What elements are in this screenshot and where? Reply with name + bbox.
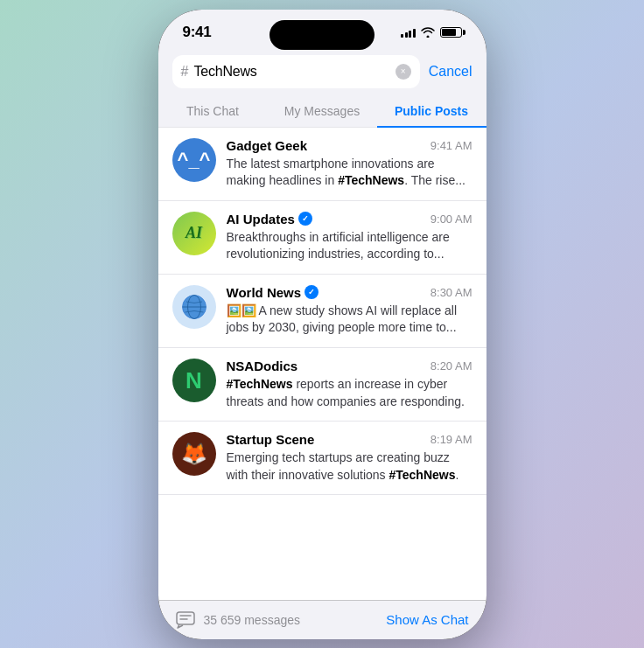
username-world-news: World News ✓ <box>227 285 319 300</box>
globe-icon <box>181 294 207 320</box>
tab-my-messages[interactable]: My Messages <box>268 95 377 127</box>
post-time-nsadodics: 8:20 AM <box>430 359 472 373</box>
wifi-icon <box>421 27 435 38</box>
chat-icon <box>176 611 197 629</box>
post-text-nsadodics: #TechNews reports an increase in cyber t… <box>227 376 472 410</box>
cancel-button[interactable]: Cancel <box>429 64 472 80</box>
post-text-startup-scene: Emerging tech startups are creating buzz… <box>227 449 472 484</box>
posts-list: ^_^ Gadget Geek 9:41 AM The latest smart… <box>158 128 486 600</box>
phone-frame: 9:41 <box>158 10 486 639</box>
avatar-startup-scene: 🦊 <box>172 432 216 476</box>
post-time-startup-scene: 8:19 AM <box>430 433 472 446</box>
post-time-gadget-geek: 9:41 AM <box>430 139 472 152</box>
messages-count-text: 35 659 messages <box>204 613 301 627</box>
clear-button[interactable]: × <box>396 64 411 80</box>
post-time-world-news: 8:30 AM <box>430 286 472 299</box>
signal-icon <box>401 27 416 38</box>
hash-icon: # <box>181 64 189 80</box>
username-gadget-geek: Gadget Geek <box>227 138 308 153</box>
avatar-world-news <box>172 285 216 329</box>
tab-this-chat[interactable]: This Chat <box>158 95 268 127</box>
verified-badge-ai: ✓ <box>298 212 312 226</box>
show-as-chat-button[interactable]: Show As Chat <box>386 612 468 627</box>
avatar-nsadodics: N <box>172 359 216 402</box>
avatar-gadget-geek: ^_^ <box>172 138 216 182</box>
post-time-ai-updates: 9:00 AM <box>430 213 472 226</box>
username-nsadodics: NSADodics <box>227 359 298 373</box>
avatar-ai-updates: AI <box>172 212 216 255</box>
svg-rect-3 <box>177 612 194 624</box>
tabs-container: This Chat My Messages Public Posts <box>158 95 486 128</box>
verified-badge-world: ✓ <box>304 285 318 299</box>
tab-public-posts[interactable]: Public Posts <box>377 95 486 127</box>
bottom-bar: 35 659 messages Show As Chat <box>158 600 486 639</box>
search-input[interactable]: TechNews <box>193 64 389 80</box>
status-time: 9:41 <box>183 24 212 41</box>
search-bar[interactable]: # TechNews × <box>172 55 420 88</box>
post-text-ai-updates: Breakthroughs in artificial intelligence… <box>227 229 472 263</box>
search-container: # TechNews × Cancel <box>158 48 486 95</box>
post-item-world-news[interactable]: World News ✓ 8:30 AM 🖼️🖼️ A new study sh… <box>158 275 486 348</box>
dynamic-island <box>270 20 374 50</box>
post-item-ai-updates[interactable]: AI AI Updates ✓ 9:00 AM Breakthroughs in… <box>158 201 486 275</box>
post-text-world-news: 🖼️🖼️ A new study shows AI will replace a… <box>227 303 472 337</box>
post-item-startup-scene[interactable]: 🦊 Startup Scene 8:19 AM Emerging tech st… <box>158 422 486 495</box>
battery-icon <box>440 27 462 38</box>
username-ai-updates: AI Updates ✓ <box>227 212 312 226</box>
username-startup-scene: Startup Scene <box>227 432 315 447</box>
messages-count: 35 659 messages <box>176 611 301 629</box>
post-item-nsadodics[interactable]: N NSADodics 8:20 AM #TechNews reports an… <box>158 348 486 422</box>
post-item-gadget-geek[interactable]: ^_^ Gadget Geek 9:41 AM The latest smart… <box>158 128 486 201</box>
status-icons <box>401 27 462 38</box>
post-text-gadget-geek: The latest smartphone innovations are ma… <box>227 156 472 190</box>
